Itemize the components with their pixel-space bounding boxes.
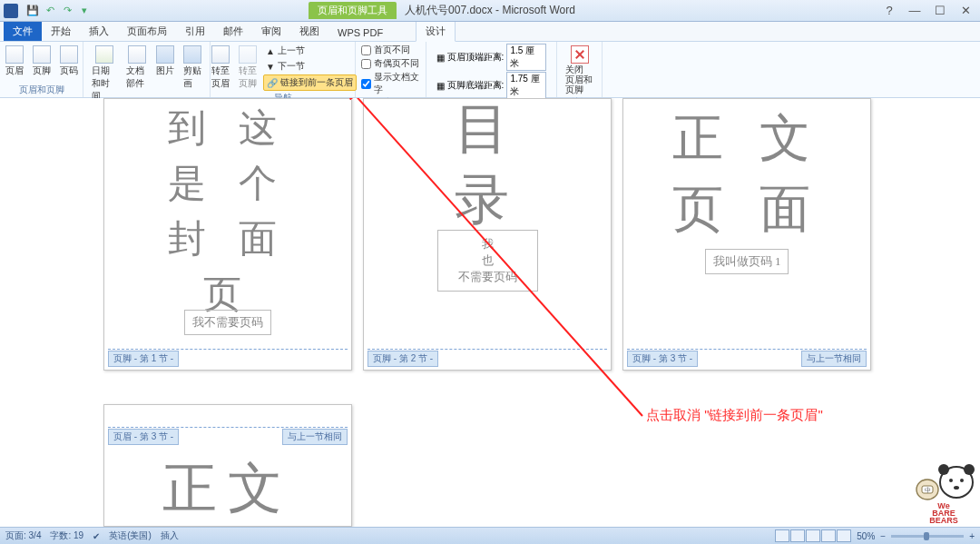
tab-references[interactable]: 引用 (176, 22, 214, 41)
p2-line1: 目 (364, 98, 611, 164)
header-icon: ▦ (436, 53, 445, 63)
tab-page-layout[interactable]: 页面布局 (118, 22, 176, 41)
p2-footer-tag: 页脚 - 第 2 节 - (368, 351, 438, 367)
picture-button-label: 图片 (156, 64, 174, 77)
qat-dropdown-icon[interactable]: ▾ (77, 4, 92, 18)
p4-header-tag: 页眉 - 第 3 节 - (108, 429, 179, 445)
link-to-previous-label: 链接到前一条页眉 (280, 76, 353, 89)
datetime-button[interactable]: 日期和时间 (89, 44, 120, 104)
goto-footer-button[interactable]: 转至页脚 (236, 44, 260, 92)
status-page[interactable]: 页面: 3/4 (5, 529, 41, 542)
clipart-button[interactable]: 剪贴画 (181, 44, 204, 92)
goto-footer-label: 转至页脚 (239, 64, 257, 90)
window-title: 人机代号007.docx - Microsoft Word (405, 3, 575, 18)
footer-icon: ▦ (436, 81, 445, 91)
header-distance-input[interactable]: 1.5 厘米 (506, 44, 546, 71)
prev-section-label: 上一节 (278, 45, 305, 57)
first-page-different-label: 首页不同 (374, 44, 410, 56)
page-number-button-label: 页码 (60, 64, 78, 77)
prev-section-button[interactable]: ▲上一节 (263, 44, 357, 58)
link-to-previous-button[interactable]: 🔗链接到前一条页眉 (263, 74, 357, 91)
word-app-icon (4, 4, 18, 18)
p2-box-l3: 不需要页码 (458, 269, 517, 285)
show-document-text-label: 显示文档文字 (374, 71, 420, 96)
footer-distance-label: 页脚底端距离: (447, 79, 505, 92)
tab-design[interactable]: 设计 (416, 21, 456, 42)
goto-header-label: 转至页眉 (211, 64, 230, 90)
tab-insert[interactable]: 插入 (80, 22, 118, 41)
p1-footer-tag: 页脚 - 第 1 节 - (108, 351, 179, 367)
status-zoom[interactable]: 50% (857, 531, 875, 541)
zoom-in-icon[interactable]: + (969, 531, 975, 541)
datetime-button-label: 日期和时间 (92, 64, 117, 103)
close-icon[interactable]: ✕ (955, 3, 976, 19)
p2-line2: 录 (364, 164, 611, 235)
qat-undo-icon[interactable]: ↶ (43, 4, 57, 18)
odd-even-different-checkbox[interactable]: 奇偶页不同 (361, 57, 420, 70)
p1-line2: 是 个 (104, 156, 351, 212)
doc-parts-button-label: 文档部件 (126, 64, 147, 90)
next-section-label: 下一节 (278, 60, 305, 73)
header-button-label: 页眉 (5, 64, 24, 77)
p1-line3: 封 面 (104, 212, 351, 267)
p3-footer-tag: 页脚 - 第 3 节 - (627, 351, 698, 367)
first-page-different-checkbox[interactable]: 首页不同 (361, 44, 420, 56)
p3-same-prev-tag: 与上一节相同 (801, 351, 867, 367)
p3-line1: 正 文 (623, 103, 870, 173)
file-tab[interactable]: 文件 (4, 22, 42, 41)
p3-box: 我叫做页码 1 (705, 249, 789, 274)
goto-header-button[interactable]: 转至页眉 (209, 44, 232, 92)
p2-box-l1: 我 (458, 236, 517, 252)
status-insert-mode[interactable]: 插入 (161, 529, 179, 542)
document-canvas[interactable]: 到 这 是 个 封 面 页 我不需要页码 页脚 - 第 1 节 - 目 录 我 … (0, 98, 980, 527)
status-proof-icon[interactable]: ✔ (93, 531, 100, 541)
group-header-footer-label: 页眉和页脚 (5, 84, 77, 97)
picture-button[interactable]: 图片 (153, 44, 177, 79)
up-arrow-icon: ▲ (266, 46, 275, 56)
tab-mailings[interactable]: 邮件 (214, 22, 252, 41)
tab-view[interactable]: 视图 (290, 22, 328, 41)
tab-wps-pdf[interactable]: WPS PDF (328, 25, 392, 41)
tab-home[interactable]: 开始 (42, 22, 80, 41)
contextual-tab-group: 页眉和页脚工具 (309, 2, 397, 19)
help-icon[interactable]: ? (878, 3, 900, 19)
close-header-footer-label: 关闭 页眉和页脚 (565, 64, 593, 94)
down-arrow-icon: ▼ (266, 62, 275, 72)
view-mode-buttons[interactable] (775, 529, 851, 542)
header-distance-label: 页眉顶端距离: (447, 51, 505, 64)
clipart-button-label: 剪贴画 (183, 64, 201, 90)
footer-button[interactable]: 页脚 (30, 44, 54, 79)
close-header-footer-button[interactable]: 关闭 页眉和页脚 (563, 44, 596, 96)
p4-line1: 正文 (104, 449, 351, 527)
qat-save-icon[interactable]: 💾 (25, 4, 40, 18)
p4-same-prev-tag: 与上一节相同 (282, 429, 348, 445)
p2-box-l2: 也 (458, 252, 517, 269)
p1-box: 我不需要页码 (184, 310, 271, 335)
show-document-text-checkbox[interactable]: 显示文档文字 (361, 71, 420, 96)
p3-line2: 页 面 (623, 173, 870, 244)
footer-distance-input[interactable]: 1.75 厘米 (506, 72, 546, 99)
header-button[interactable]: 页眉 (3, 44, 26, 79)
odd-even-different-label: 奇偶页不同 (374, 57, 419, 70)
page-number-button[interactable]: 页码 (57, 44, 81, 79)
link-icon: 🔗 (267, 78, 278, 88)
status-language[interactable]: 英语(美国) (109, 529, 152, 542)
maximize-icon[interactable]: ☐ (929, 3, 951, 19)
zoom-slider[interactable] (891, 535, 964, 538)
zoom-out-icon[interactable]: − (880, 531, 886, 541)
annotation-text: 点击取消 "链接到前一条页眉" (646, 407, 823, 424)
tab-review[interactable]: 审阅 (252, 22, 290, 41)
next-section-button[interactable]: ▼下一节 (263, 59, 357, 74)
minimize-icon[interactable]: — (904, 3, 926, 19)
qat-redo-icon[interactable]: ↷ (60, 4, 74, 18)
footer-button-label: 页脚 (33, 64, 51, 77)
doc-parts-button[interactable]: 文档部件 (123, 44, 150, 92)
p1-line1: 到 这 (104, 101, 351, 156)
status-words[interactable]: 字数: 19 (50, 529, 83, 542)
